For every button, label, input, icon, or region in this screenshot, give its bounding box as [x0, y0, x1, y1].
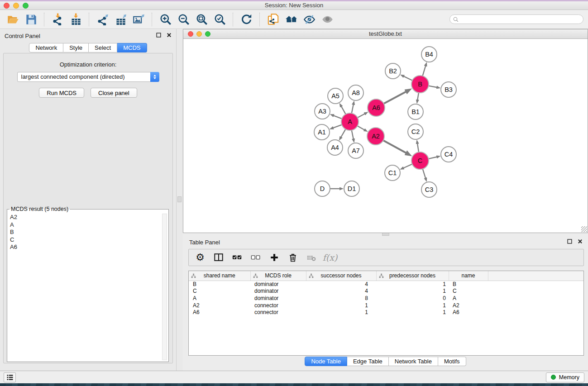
cell-predecessor-nodes[interactable]: 1	[376, 288, 449, 295]
edge-B-B2[interactable]	[404, 76, 412, 81]
edge-B-B1[interactable]	[417, 93, 419, 100]
network-canvas[interactable]: B4B2BB3A5A8A6A3B1AA1C2A2A4A7C4CC1C3DD1	[183, 39, 588, 233]
refresh-view-button[interactable]	[238, 12, 254, 27]
cell-predecessor-nodes[interactable]: 1	[376, 309, 449, 316]
zoom-in-button[interactable]	[157, 12, 173, 27]
cell-successor-nodes[interactable]: 4	[306, 281, 376, 288]
result-scrollbar[interactable]	[162, 214, 167, 360]
column-header-successor-nodes[interactable]: successor nodes	[306, 271, 376, 281]
node-D[interactable]: D	[315, 181, 330, 196]
edge-A-A5[interactable]	[341, 106, 346, 114]
tab-edge-table[interactable]: Edge Table	[347, 357, 389, 366]
cell-name[interactable]: C	[449, 288, 488, 295]
close-panel-icon[interactable]	[167, 33, 172, 38]
column-header-predecessor-nodes[interactable]: predecessor nodes	[376, 271, 449, 281]
result-item[interactable]: A6	[9, 243, 162, 251]
zoom-out-button[interactable]	[175, 12, 191, 27]
export-image-button[interactable]	[130, 12, 147, 27]
criterion-dropdown[interactable]: largest connected component (directed)	[17, 72, 159, 82]
network-window-titlebar[interactable]: testGlobe.txt	[183, 29, 588, 39]
cell-shared-name[interactable]: B	[189, 281, 250, 288]
tab-network-table[interactable]: Network Table	[389, 357, 438, 366]
tab-network[interactable]: Network	[29, 43, 63, 52]
table-row[interactable]: A2connector11A2	[189, 302, 583, 309]
edge-B-B4[interactable]	[423, 66, 426, 76]
add-column-button[interactable]	[268, 251, 280, 264]
close-window-button[interactable]	[4, 3, 10, 9]
cell-successor-nodes[interactable]: 1	[306, 309, 376, 316]
column-visibility-button[interactable]	[213, 251, 225, 264]
cell-shared-name[interactable]: A6	[189, 309, 250, 316]
node-D1[interactable]: D1	[344, 181, 359, 196]
run-mcds-button[interactable]: Run MCDS	[39, 88, 84, 98]
node-B2[interactable]: B2	[385, 63, 401, 79]
edge-A-A4[interactable]	[341, 129, 345, 137]
zoom-fit-button[interactable]	[193, 12, 210, 27]
node-table[interactable]: shared nameMCDS rolesuccessor nodesprede…	[188, 271, 584, 356]
cell-predecessor-nodes[interactable]: 1	[376, 302, 449, 309]
node-A1[interactable]: A1	[314, 124, 330, 140]
node-A6[interactable]: A6	[368, 99, 385, 116]
node-B1[interactable]: B1	[408, 104, 423, 119]
edge-A-A8[interactable]	[352, 105, 354, 113]
toggle-graphics-details-button[interactable]	[301, 12, 317, 27]
node-A7[interactable]: A7	[348, 143, 363, 158]
cell-successor-nodes[interactable]: 8	[306, 295, 376, 302]
edge-A-A6[interactable]	[358, 114, 365, 118]
edge-A-A1[interactable]	[333, 125, 342, 128]
edge-B-B3[interactable]	[429, 86, 437, 87]
cell-name[interactable]: B	[449, 281, 488, 288]
cell-MCDS-role[interactable]: dominator	[250, 281, 306, 288]
table-row[interactable]: Bdominator41B	[189, 281, 583, 288]
node-B4[interactable]: B4	[421, 47, 437, 62]
table-settings-button[interactable]: ⚙	[194, 251, 206, 264]
mcds-result-list[interactable]: A2ABCA6	[9, 214, 162, 360]
cell-successor-nodes[interactable]: 4	[306, 288, 376, 295]
result-item[interactable]: A	[9, 221, 162, 229]
deselect-all-rows-button[interactable]	[250, 251, 262, 264]
search-field[interactable]	[449, 14, 583, 24]
select-all-rows-button[interactable]	[231, 251, 243, 264]
cell-shared-name[interactable]: A	[189, 295, 250, 302]
task-history-button[interactable]	[4, 372, 16, 382]
float-panel-icon[interactable]	[567, 239, 572, 244]
node-C1[interactable]: C1	[385, 165, 400, 181]
result-item[interactable]: C	[9, 236, 162, 244]
duplicate-network-button[interactable]	[265, 12, 281, 27]
column-header-name[interactable]: name	[449, 271, 488, 281]
tab-select[interactable]: Select	[89, 43, 117, 52]
tab-mcds[interactable]: MCDS	[117, 43, 147, 52]
home-view-button[interactable]	[283, 12, 299, 27]
zoom-window-button[interactable]	[23, 3, 29, 9]
float-panel-icon[interactable]	[156, 33, 161, 38]
open-session-button[interactable]	[5, 12, 21, 27]
cell-MCDS-role[interactable]: connector	[250, 302, 306, 309]
network-minimize-button[interactable]	[196, 31, 202, 37]
edge-C-C1[interactable]	[403, 164, 412, 168]
cell-name[interactable]: A2	[449, 302, 488, 309]
node-C[interactable]: C	[411, 152, 429, 169]
resize-grip[interactable]	[581, 226, 587, 232]
edge-A6-B[interactable]	[384, 92, 406, 104]
cell-name[interactable]: A6	[449, 309, 488, 316]
delete-column-button[interactable]	[287, 251, 299, 264]
tab-style[interactable]: Style	[63, 43, 89, 52]
import-table-button[interactable]	[67, 12, 84, 27]
node-C3[interactable]: C3	[421, 182, 437, 197]
node-A3[interactable]: A3	[315, 104, 330, 119]
zoom-selected-button[interactable]	[211, 12, 228, 27]
app-titlebar[interactable]: Session: New Session	[0, 1, 588, 10]
node-A5[interactable]: A5	[328, 88, 343, 104]
network-zoom-button[interactable]	[205, 31, 210, 37]
cell-successor-nodes[interactable]: 1	[306, 302, 376, 309]
column-header-shared-name[interactable]: shared name	[189, 271, 250, 281]
splitter-handle[interactable]	[382, 233, 389, 236]
node-A[interactable]: A	[341, 113, 359, 130]
edge-A-A7[interactable]	[352, 130, 354, 139]
minimize-window-button[interactable]	[13, 3, 19, 9]
splitter-handle[interactable]	[177, 196, 182, 202]
edge-A-A3[interactable]	[334, 115, 342, 119]
export-table-button[interactable]	[112, 12, 129, 27]
node-B[interactable]: B	[411, 76, 429, 93]
import-network-button[interactable]	[49, 12, 66, 27]
